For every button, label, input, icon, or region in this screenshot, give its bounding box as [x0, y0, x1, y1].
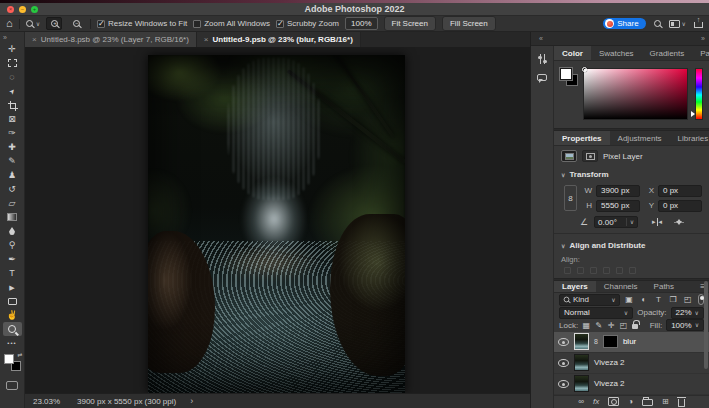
status-menu-chevron[interactable]: ›: [190, 396, 193, 406]
saturation-brightness-field[interactable]: [583, 68, 688, 120]
status-zoom-field[interactable]: 23.03%: [33, 397, 63, 406]
blend-mode-dropdown[interactable]: Normal ∨: [559, 307, 633, 319]
fill-screen-button[interactable]: Fill Screen: [442, 16, 496, 31]
lock-all-icon[interactable]: [632, 324, 638, 329]
width-field[interactable]: 3900 px: [596, 185, 640, 197]
opacity-dropdown[interactable]: 22% ∨: [671, 307, 704, 319]
mask-properties-button[interactable]: [582, 150, 598, 162]
y-field[interactable]: 0 px: [658, 200, 702, 212]
document-image[interactable]: [148, 55, 405, 393]
align-center-h-button[interactable]: [577, 267, 584, 274]
tab-patterns[interactable]: Patterns: [692, 46, 709, 60]
object-selection-tool[interactable]: ➤: [3, 84, 22, 98]
zoom-out-button[interactable]: −: [68, 17, 84, 30]
blur-tool[interactable]: [3, 224, 22, 238]
align-bottom-button[interactable]: [629, 267, 636, 274]
fill-dropdown[interactable]: 100% ∨: [666, 319, 704, 331]
new-adjustment-layer-icon[interactable]: ◑: [628, 398, 633, 406]
layer-thumbnail[interactable]: [574, 375, 589, 392]
tab-gradients[interactable]: Gradients: [642, 46, 693, 60]
link-dimensions-toggle[interactable]: 8: [564, 185, 577, 211]
align-section-header[interactable]: ∨ Align and Distribute: [554, 236, 709, 253]
hue-pointer-icon[interactable]: [691, 111, 698, 117]
tab-properties[interactable]: Properties: [554, 131, 610, 145]
layer-row-viveza2[interactable]: Viveza 2: [554, 353, 709, 374]
add-layer-mask-icon[interactable]: [608, 397, 619, 406]
fit-screen-button[interactable]: Fit Screen: [384, 16, 436, 31]
zoom-in-button[interactable]: +: [46, 17, 62, 30]
hue-slider[interactable]: [693, 68, 703, 120]
tab-libraries[interactable]: Libraries: [670, 131, 709, 145]
pixel-layer-button[interactable]: [561, 150, 577, 162]
visibility-eye-icon[interactable]: [558, 358, 569, 367]
layer-name[interactable]: Viveza 2: [594, 379, 625, 388]
filter-smart-objects-icon[interactable]: ◰: [682, 295, 693, 304]
filter-kind-dropdown[interactable]: Kind ∨: [559, 294, 620, 306]
layer-thumbnail[interactable]: [574, 354, 589, 371]
align-left-button[interactable]: [564, 267, 571, 274]
foreground-background-colors[interactable]: ⇄: [4, 354, 21, 371]
tab-adjustments[interactable]: Adjustments: [610, 131, 670, 145]
color-picker-marker[interactable]: [582, 67, 587, 72]
collapse-strip-icon[interactable]: «: [539, 35, 543, 42]
lock-image-pixels-icon[interactable]: ✎: [595, 321, 603, 330]
filter-shape-layers-icon[interactable]: ❒: [668, 295, 679, 304]
tab-untitled-9[interactable]: × Untitled-9.psb @ 23% (blur, RGB/16*): [197, 32, 361, 47]
history-brush-tool[interactable]: ↺: [3, 182, 22, 196]
swap-colors-icon[interactable]: ⇄: [17, 351, 22, 358]
search-icon[interactable]: [654, 20, 661, 27]
layer-filtering-toggle[interactable]: [698, 294, 704, 305]
tab-layers[interactable]: Layers: [554, 281, 596, 292]
filter-adjustment-layers-icon[interactable]: ◐: [638, 295, 649, 304]
comments-panel-icon[interactable]: [537, 74, 547, 81]
align-top-button[interactable]: [603, 267, 610, 274]
lock-transparent-pixels-icon[interactable]: ▦: [582, 321, 590, 330]
zoom-tool[interactable]: [3, 322, 22, 336]
eraser-tool[interactable]: ▱: [3, 196, 22, 210]
filter-pixel-layers-icon[interactable]: ▣: [624, 295, 635, 304]
tab-color[interactable]: Color: [554, 46, 591, 60]
layer-style-fx-icon[interactable]: fx: [593, 398, 599, 406]
marquee-tool[interactable]: [3, 56, 22, 70]
close-tab-icon[interactable]: ×: [32, 35, 37, 44]
flip-horizontal-button[interactable]: ▸◂: [652, 218, 662, 226]
foreground-color-swatch[interactable]: [560, 68, 572, 80]
hue-ramp[interactable]: [695, 68, 703, 120]
lock-position-icon[interactable]: ✛: [607, 321, 615, 330]
resize-windows-checkbox[interactable]: ✓ Resize Windows to Fit: [97, 19, 187, 28]
edit-toolbar-button[interactable]: •••: [7, 340, 16, 346]
visibility-eye-icon[interactable]: [558, 379, 569, 388]
link-layers-icon[interactable]: ∞: [578, 398, 584, 406]
new-group-icon[interactable]: [642, 399, 653, 406]
foreground-color-swatch[interactable]: [4, 354, 14, 364]
home-icon[interactable]: ⌂: [6, 18, 13, 29]
share-button[interactable]: Share: [603, 18, 645, 29]
type-tool[interactable]: T: [3, 266, 22, 280]
scrollbar-thumb[interactable]: [704, 281, 708, 369]
tab-channels[interactable]: Channels: [596, 281, 646, 292]
crop-tool[interactable]: [3, 98, 22, 112]
workspace-switcher[interactable]: ∨: [669, 20, 686, 28]
align-center-v-button[interactable]: [616, 267, 623, 274]
new-layer-icon[interactable]: ⊞: [662, 398, 669, 406]
scrubby-zoom-checkbox[interactable]: ✓ Scrubby Zoom: [276, 19, 339, 28]
collapse-panels-icon[interactable]: »: [701, 35, 705, 42]
clone-stamp-tool[interactable]: ♟: [3, 168, 22, 182]
tab-untitled-8[interactable]: × Untitled-8.psb @ 23% (Layer 7, RGB/16*…: [25, 32, 197, 47]
gradient-tool[interactable]: [3, 210, 22, 224]
zoom-level-field[interactable]: 100%: [345, 17, 377, 30]
layer-mask-thumbnail[interactable]: [603, 335, 618, 348]
align-right-button[interactable]: [590, 267, 597, 274]
fg-bg-color-swatches[interactable]: [560, 68, 578, 86]
export-icon[interactable]: ↑: [694, 19, 703, 28]
zoom-all-windows-checkbox[interactable]: Zoom All Windows: [193, 19, 270, 28]
filter-type-layers-icon[interactable]: T: [653, 295, 664, 304]
lasso-tool[interactable]: ◌: [3, 70, 22, 84]
pen-tool[interactable]: ✒: [3, 252, 22, 266]
hand-tool[interactable]: ✌: [3, 308, 22, 322]
layer-row-viveza2-b[interactable]: Viveza 2: [554, 374, 709, 395]
color-mixer-panel-icon[interactable]: [538, 54, 547, 64]
move-tool[interactable]: ✛: [3, 42, 22, 56]
close-tab-icon[interactable]: ×: [204, 35, 209, 44]
tools-expand-button[interactable]: »: [0, 32, 24, 42]
